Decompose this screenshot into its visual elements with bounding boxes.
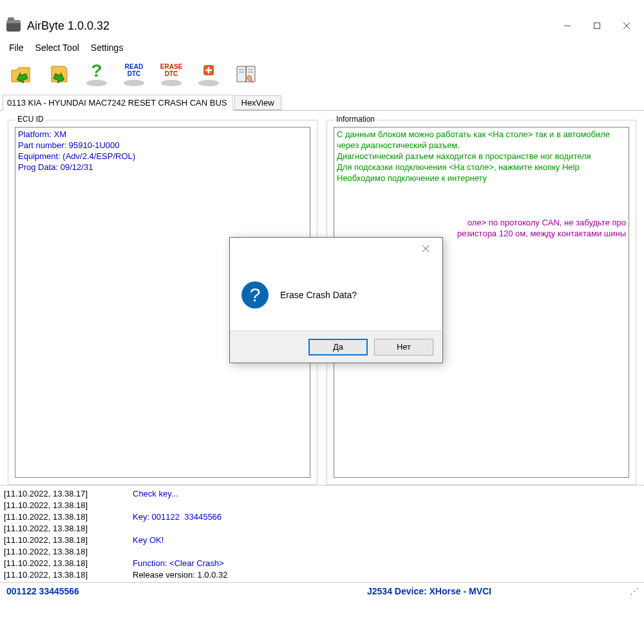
status-bar: 001122 33445566 J2534 Device: XHorse - M… [0, 582, 644, 599]
dialog-titlebar [230, 238, 442, 260]
svg-text:DTC: DTC [165, 70, 178, 77]
log-row: [11.10.2022, 13.38.18]Key OK! [4, 535, 640, 546]
window-title: AirByte 1.0.0.32 [27, 19, 109, 33]
dialog-no-button[interactable]: Нет [374, 339, 433, 355]
app-icon [6, 20, 21, 32]
svg-text:DTC: DTC [128, 70, 141, 77]
dialog-body: ? Erase Crash Data? [230, 260, 442, 330]
dialog-yes-button[interactable]: Да [308, 339, 368, 355]
window-controls [553, 15, 641, 36]
ecu-equip: Equipment: (Adv/2.4/ESP/ROL) [18, 151, 307, 162]
log-row: [11.10.2022, 13.38.18]Function: <Clear C… [4, 558, 640, 569]
log-row: [11.10.2022, 13.38.17]Check key... [4, 488, 640, 500]
info-purple-1: оле> по протоколу CAN, не забудьте про [337, 217, 626, 228]
confirm-dialog: ? Erase Crash Data? Да Нет [229, 237, 443, 363]
info-line-2: Диагностический разъем находится в прост… [337, 151, 626, 162]
menu-settings[interactable]: Settings [91, 43, 124, 53]
question-icon: ? [242, 281, 269, 308]
ecu-id-legend: ECU ID [15, 115, 46, 124]
log-row: [11.10.2022, 13.38.18]Key: 001122 334455… [4, 511, 640, 523]
dialog-close-button[interactable] [413, 240, 439, 258]
dialog-buttons: Да Нет [230, 330, 442, 363]
manual-button[interactable] [228, 58, 264, 90]
menu-file[interactable]: File [9, 43, 24, 53]
svg-point-12 [198, 80, 219, 86]
ecu-platform: Platform: XM [18, 129, 307, 140]
resize-grip-icon[interactable]: ⋰ [630, 586, 638, 596]
open-file-button[interactable] [4, 58, 40, 90]
svg-rect-1 [594, 23, 600, 29]
save-file-button[interactable] [41, 58, 77, 90]
info-line-1: С данным блоком можно работать как <На с… [337, 129, 626, 151]
ecu-prog: Prog Data: 09/12/31 [18, 162, 307, 173]
dialog-message: Erase Crash Data? [280, 290, 357, 300]
toolbar: ? READDTC ERASEDTC [0, 57, 644, 93]
svg-text:ERASE: ERASE [160, 63, 183, 70]
log-panel[interactable]: [11.10.2022, 13.38.17]Check key...[11.10… [0, 485, 644, 582]
close-button[interactable] [612, 15, 641, 36]
info-line-4: Необходимо подключение к интернету [337, 173, 626, 184]
read-dtc-button[interactable]: READDTC [116, 58, 152, 90]
log-row: [11.10.2022, 13.38.18] [4, 500, 640, 511]
menu-select-tool[interactable]: Select Tool [35, 43, 79, 53]
action-button[interactable] [191, 58, 227, 90]
title-bar: AirByte 1.0.0.32 [0, 13, 644, 39]
info-legend: Information [334, 115, 377, 124]
tab-bar: 0113 KIA - HYUNDAI MAC7242 RESET CRASH C… [0, 93, 644, 111]
log-row: [11.10.2022, 13.38.18]Release version: 1… [4, 569, 640, 581]
svg-text:READ: READ [125, 63, 143, 70]
tab-hexview[interactable]: HexView [234, 95, 281, 110]
svg-point-4 [86, 80, 107, 86]
tab-main[interactable]: 0113 KIA - HYUNDAI MAC7242 RESET CRASH C… [3, 95, 233, 111]
erase-dtc-button[interactable]: ERASEDTC [153, 58, 189, 90]
svg-text:?: ? [91, 61, 102, 80]
info-line-3: Для подсказки подключения <На столе>, на… [337, 162, 626, 173]
status-key: 001122 33445566 [6, 586, 367, 596]
minimize-button[interactable] [553, 15, 582, 36]
help-button[interactable]: ? [79, 58, 115, 90]
log-row: [11.10.2022, 13.38.18] [4, 546, 640, 558]
maximize-button[interactable] [582, 15, 612, 36]
status-device: J2534 Device: XHorse - MVCI [367, 586, 491, 596]
menu-bar: File Select Tool Settings [0, 39, 644, 57]
log-row: [11.10.2022, 13.38.18] [4, 523, 640, 535]
svg-point-9 [161, 80, 182, 86]
svg-point-6 [124, 80, 144, 86]
ecu-part: Part number: 95910-1U000 [18, 140, 307, 151]
